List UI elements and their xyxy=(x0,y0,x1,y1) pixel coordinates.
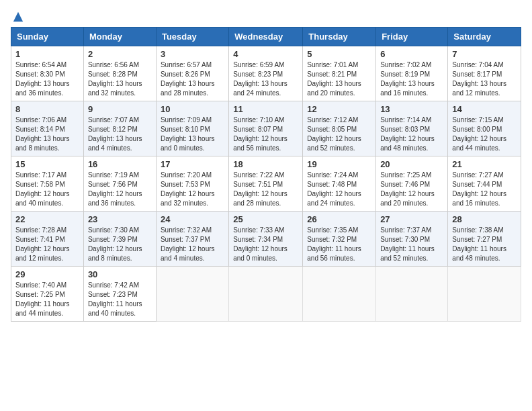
calendar-day-cell: 23 Sunrise: 7:30 AM Sunset: 7:39 PM Dayl… xyxy=(83,212,156,267)
calendar-day-cell: 25 Sunrise: 7:33 AM Sunset: 7:34 PM Dayl… xyxy=(229,212,303,267)
day-info: Sunrise: 6:54 AM Sunset: 8:30 PM Dayligh… xyxy=(15,60,79,98)
day-number: 10 xyxy=(161,104,224,114)
day-number: 25 xyxy=(233,214,298,224)
day-number: 17 xyxy=(161,159,224,169)
day-number: 26 xyxy=(307,214,371,224)
calendar-day-cell: 6 Sunrise: 7:02 AM Sunset: 8:19 PM Dayli… xyxy=(376,46,448,101)
day-number: 27 xyxy=(380,214,443,224)
calendar-day-cell: 19 Sunrise: 7:24 AM Sunset: 7:48 PM Dayl… xyxy=(303,156,376,212)
day-number: 24 xyxy=(161,214,224,224)
calendar-table: SundayMondayTuesdayWednesdayThursdayFrid… xyxy=(11,27,521,322)
day-info: Sunrise: 7:09 AM Sunset: 8:10 PM Dayligh… xyxy=(161,116,224,153)
day-number: 4 xyxy=(233,49,298,59)
weekday-header: Monday xyxy=(83,28,156,46)
calendar-day-cell: 12 Sunrise: 7:12 AM Sunset: 8:05 PM Dayl… xyxy=(303,101,376,156)
day-number: 2 xyxy=(88,49,152,59)
weekday-header: Friday xyxy=(376,28,448,46)
calendar-day-cell: 14 Sunrise: 7:15 AM Sunset: 8:00 PM Dayl… xyxy=(448,101,521,156)
day-info: Sunrise: 7:02 AM Sunset: 8:19 PM Dayligh… xyxy=(380,60,443,98)
calendar-day-cell: 7 Sunrise: 7:04 AM Sunset: 8:17 PM Dayli… xyxy=(448,46,521,101)
logo xyxy=(11,11,24,23)
calendar-day-cell: 18 Sunrise: 7:22 AM Sunset: 7:51 PM Dayl… xyxy=(229,156,303,212)
day-number: 23 xyxy=(88,214,152,224)
day-number: 29 xyxy=(15,269,79,279)
calendar-day-cell: 16 Sunrise: 7:19 AM Sunset: 7:56 PM Dayl… xyxy=(83,156,156,212)
day-info: Sunrise: 7:37 AM Sunset: 7:30 PM Dayligh… xyxy=(380,226,443,263)
calendar-day-cell: 11 Sunrise: 7:10 AM Sunset: 8:07 PM Dayl… xyxy=(229,101,303,156)
page-header xyxy=(11,11,521,23)
day-info: Sunrise: 7:15 AM Sunset: 8:00 PM Dayligh… xyxy=(452,116,517,153)
day-info: Sunrise: 7:32 AM Sunset: 7:37 PM Dayligh… xyxy=(161,226,224,263)
calendar-header-row: SundayMondayTuesdayWednesdayThursdayFrid… xyxy=(11,28,521,46)
logo-icon xyxy=(12,11,24,23)
calendar-day-cell: 15 Sunrise: 7:17 AM Sunset: 7:58 PM Dayl… xyxy=(11,156,84,212)
day-number: 22 xyxy=(15,214,79,224)
day-number: 5 xyxy=(307,49,371,59)
day-info: Sunrise: 6:59 AM Sunset: 8:23 PM Dayligh… xyxy=(233,60,298,98)
day-number: 30 xyxy=(88,269,152,279)
calendar-day-cell: 17 Sunrise: 7:20 AM Sunset: 7:53 PM Dayl… xyxy=(156,156,228,212)
day-info: Sunrise: 7:27 AM Sunset: 7:44 PM Dayligh… xyxy=(452,171,517,208)
day-info: Sunrise: 7:17 AM Sunset: 7:58 PM Dayligh… xyxy=(15,171,79,208)
day-info: Sunrise: 6:56 AM Sunset: 8:28 PM Dayligh… xyxy=(88,60,152,98)
calendar-day-cell: 29 Sunrise: 7:40 AM Sunset: 7:25 PM Dayl… xyxy=(11,267,84,322)
calendar-day-cell: 4 Sunrise: 6:59 AM Sunset: 8:23 PM Dayli… xyxy=(229,46,303,101)
day-number: 16 xyxy=(88,159,152,169)
day-info: Sunrise: 7:20 AM Sunset: 7:53 PM Dayligh… xyxy=(161,171,224,208)
day-info: Sunrise: 7:30 AM Sunset: 7:39 PM Dayligh… xyxy=(88,226,152,263)
calendar-week-row: 29 Sunrise: 7:40 AM Sunset: 7:25 PM Dayl… xyxy=(11,267,521,322)
calendar-day-cell xyxy=(448,267,521,322)
day-number: 21 xyxy=(452,159,517,169)
day-info: Sunrise: 7:22 AM Sunset: 7:51 PM Dayligh… xyxy=(233,171,298,208)
calendar-day-cell: 1 Sunrise: 6:54 AM Sunset: 8:30 PM Dayli… xyxy=(11,46,84,101)
calendar-day-cell xyxy=(303,267,376,322)
calendar-day-cell: 28 Sunrise: 7:38 AM Sunset: 7:27 PM Dayl… xyxy=(448,212,521,267)
weekday-header: Thursday xyxy=(303,28,376,46)
day-info: Sunrise: 7:19 AM Sunset: 7:56 PM Dayligh… xyxy=(88,171,152,208)
calendar-day-cell xyxy=(229,267,303,322)
day-info: Sunrise: 7:40 AM Sunset: 7:25 PM Dayligh… xyxy=(15,281,79,318)
weekday-header: Wednesday xyxy=(229,28,303,46)
day-number: 20 xyxy=(380,159,443,169)
weekday-header: Saturday xyxy=(448,28,521,46)
svg-marker-0 xyxy=(13,12,23,21)
calendar-day-cell: 9 Sunrise: 7:07 AM Sunset: 8:12 PM Dayli… xyxy=(83,101,156,156)
day-number: 18 xyxy=(233,159,298,169)
day-info: Sunrise: 7:14 AM Sunset: 8:03 PM Dayligh… xyxy=(380,116,443,153)
day-number: 9 xyxy=(88,104,152,114)
day-number: 13 xyxy=(380,104,443,114)
day-number: 6 xyxy=(380,49,443,59)
day-number: 14 xyxy=(452,104,517,114)
calendar-day-cell: 8 Sunrise: 7:06 AM Sunset: 8:14 PM Dayli… xyxy=(11,101,84,156)
day-number: 1 xyxy=(15,49,79,59)
day-info: Sunrise: 7:07 AM Sunset: 8:12 PM Dayligh… xyxy=(88,116,152,153)
day-number: 3 xyxy=(161,49,224,59)
day-info: Sunrise: 7:33 AM Sunset: 7:34 PM Dayligh… xyxy=(233,226,298,263)
calendar-day-cell: 5 Sunrise: 7:01 AM Sunset: 8:21 PM Dayli… xyxy=(303,46,376,101)
day-info: Sunrise: 7:06 AM Sunset: 8:14 PM Dayligh… xyxy=(15,116,79,153)
calendar-body: 1 Sunrise: 6:54 AM Sunset: 8:30 PM Dayli… xyxy=(11,46,521,322)
calendar-day-cell: 2 Sunrise: 6:56 AM Sunset: 8:28 PM Dayli… xyxy=(83,46,156,101)
calendar-week-row: 15 Sunrise: 7:17 AM Sunset: 7:58 PM Dayl… xyxy=(11,156,521,212)
day-number: 11 xyxy=(233,104,298,114)
calendar-day-cell: 3 Sunrise: 6:57 AM Sunset: 8:26 PM Dayli… xyxy=(156,46,228,101)
calendar-day-cell xyxy=(376,267,448,322)
day-number: 12 xyxy=(307,104,371,114)
day-info: Sunrise: 7:25 AM Sunset: 7:46 PM Dayligh… xyxy=(380,171,443,208)
calendar-day-cell: 26 Sunrise: 7:35 AM Sunset: 7:32 PM Dayl… xyxy=(303,212,376,267)
calendar-day-cell: 24 Sunrise: 7:32 AM Sunset: 7:37 PM Dayl… xyxy=(156,212,228,267)
day-info: Sunrise: 6:57 AM Sunset: 8:26 PM Dayligh… xyxy=(161,60,224,98)
weekday-header: Sunday xyxy=(11,28,84,46)
calendar-day-cell: 21 Sunrise: 7:27 AM Sunset: 7:44 PM Dayl… xyxy=(448,156,521,212)
calendar-day-cell: 22 Sunrise: 7:28 AM Sunset: 7:41 PM Dayl… xyxy=(11,212,84,267)
day-info: Sunrise: 7:42 AM Sunset: 7:23 PM Dayligh… xyxy=(88,281,152,318)
day-number: 19 xyxy=(307,159,371,169)
day-info: Sunrise: 7:38 AM Sunset: 7:27 PM Dayligh… xyxy=(452,226,517,263)
day-info: Sunrise: 7:01 AM Sunset: 8:21 PM Dayligh… xyxy=(307,60,371,98)
day-number: 8 xyxy=(15,104,79,114)
calendar-week-row: 22 Sunrise: 7:28 AM Sunset: 7:41 PM Dayl… xyxy=(11,212,521,267)
day-info: Sunrise: 7:10 AM Sunset: 8:07 PM Dayligh… xyxy=(233,116,298,153)
calendar-day-cell: 20 Sunrise: 7:25 AM Sunset: 7:46 PM Dayl… xyxy=(376,156,448,212)
day-number: 28 xyxy=(452,214,517,224)
day-info: Sunrise: 7:04 AM Sunset: 8:17 PM Dayligh… xyxy=(452,60,517,98)
